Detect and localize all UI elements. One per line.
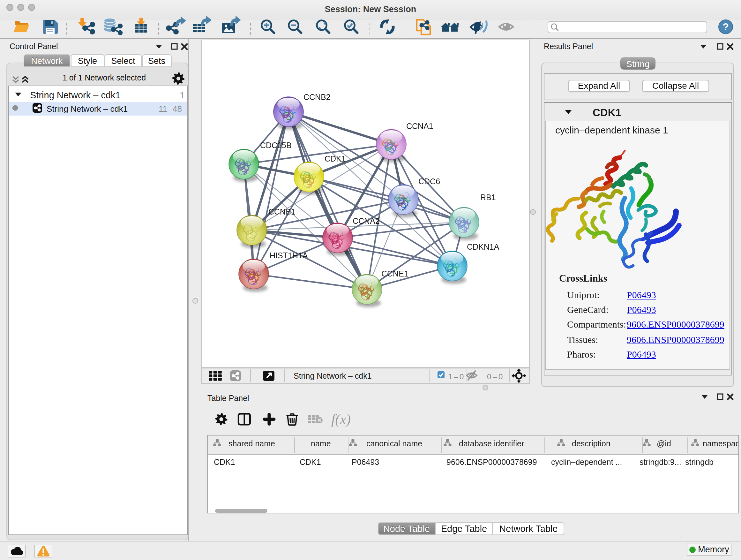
svg-text:CCNB1: CCNB1 [268,207,295,216]
svg-text:HIST1H1A: HIST1H1A [269,251,308,260]
svg-text:CDK1: CDK1 [324,154,346,163]
svg-text:CCNE1: CCNE1 [381,269,408,278]
svg-text:?: ? [723,21,729,33]
svg-text:CCNA1: CCNA1 [406,121,433,130]
svg-text:CDC25B: CDC25B [260,140,291,149]
svg-text:f(x): f(x) [331,412,351,427]
svg-text:RB1: RB1 [480,192,495,201]
svg-text:CDC6: CDC6 [418,177,440,186]
svg-text:CCNA2: CCNA2 [352,216,380,225]
svg-text:CDKN1A: CDKN1A [467,242,499,251]
svg-text:CCNB2: CCNB2 [303,92,330,101]
